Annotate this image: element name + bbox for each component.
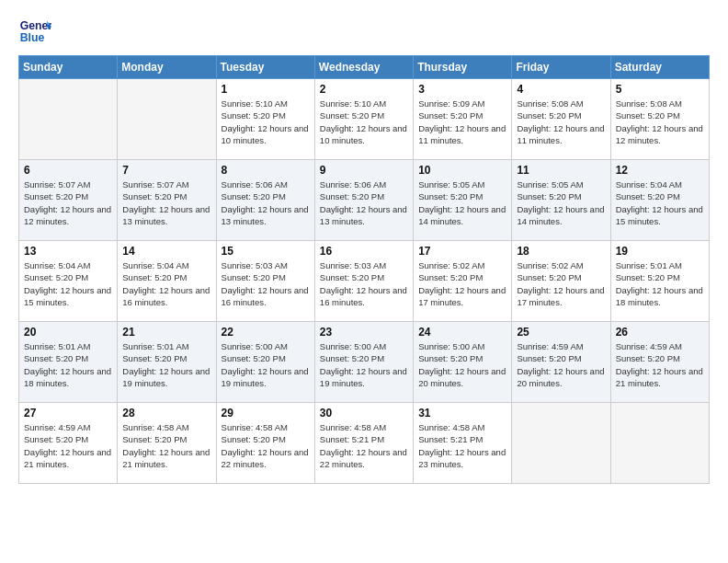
day-detail: Sunrise: 5:06 AMSunset: 5:20 PMDaylight:… <box>320 178 408 227</box>
sunset-text: Sunset: 5:20 PM <box>320 271 408 283</box>
day-number: 18 <box>517 245 605 258</box>
logo: General Blue <box>18 15 53 48</box>
day-detail: Sunrise: 4:58 AMSunset: 5:20 PMDaylight:… <box>222 421 310 470</box>
sunset-text: Sunset: 5:20 PM <box>122 271 210 283</box>
calendar-cell: 2Sunrise: 5:10 AMSunset: 5:20 PMDaylight… <box>314 79 413 160</box>
day-number: 4 <box>517 83 605 96</box>
sunset-text: Sunset: 5:20 PM <box>517 109 605 121</box>
day-number: 29 <box>222 407 310 419</box>
sunrise-text: Sunrise: 5:05 AM <box>418 178 506 190</box>
calendar-cell <box>610 403 709 484</box>
calendar-cell <box>118 79 216 160</box>
sunset-text: Sunset: 5:20 PM <box>24 271 112 283</box>
daylight-text: Daylight: 12 hours and 18 minutes. <box>616 284 704 309</box>
sunset-text: Sunset: 5:20 PM <box>418 109 506 121</box>
calendar-week-row: 6Sunrise: 5:07 AMSunset: 5:20 PMDaylight… <box>19 160 710 241</box>
daylight-text: Daylight: 12 hours and 11 minutes. <box>418 122 506 147</box>
calendar-cell: 1Sunrise: 5:10 AMSunset: 5:20 PMDaylight… <box>216 79 314 160</box>
svg-text:General: General <box>20 19 51 32</box>
calendar-cell: 14Sunrise: 5:04 AMSunset: 5:20 PMDayligh… <box>118 241 216 322</box>
daylight-text: Daylight: 12 hours and 10 minutes. <box>320 122 408 147</box>
calendar-cell: 24Sunrise: 5:00 AMSunset: 5:20 PMDayligh… <box>414 322 512 403</box>
daylight-text: Daylight: 12 hours and 19 minutes. <box>122 365 210 390</box>
daylight-text: Daylight: 12 hours and 12 minutes. <box>616 122 704 147</box>
sunrise-text: Sunrise: 5:04 AM <box>24 259 112 271</box>
calendar-week-row: 20Sunrise: 5:01 AMSunset: 5:20 PMDayligh… <box>19 322 710 403</box>
calendar-cell: 5Sunrise: 5:08 AMSunset: 5:20 PMDaylight… <box>610 79 709 160</box>
header: General Blue <box>18 15 710 48</box>
day-number: 24 <box>418 326 506 339</box>
day-number: 14 <box>122 245 210 258</box>
daylight-text: Daylight: 12 hours and 20 minutes. <box>517 365 605 390</box>
daylight-text: Daylight: 12 hours and 14 minutes. <box>517 203 605 228</box>
sunset-text: Sunset: 5:20 PM <box>517 352 605 364</box>
calendar-week-row: 1Sunrise: 5:10 AMSunset: 5:20 PMDaylight… <box>19 79 710 160</box>
calendar-cell: 11Sunrise: 5:05 AMSunset: 5:20 PMDayligh… <box>512 160 610 241</box>
col-header-wednesday: Wednesday <box>314 56 413 79</box>
day-number: 26 <box>616 326 704 339</box>
sunrise-text: Sunrise: 5:07 AM <box>24 178 112 190</box>
calendar-cell: 21Sunrise: 5:01 AMSunset: 5:20 PMDayligh… <box>118 322 216 403</box>
day-detail: Sunrise: 5:04 AMSunset: 5:20 PMDaylight:… <box>616 178 704 227</box>
sunset-text: Sunset: 5:20 PM <box>418 271 506 283</box>
sunrise-text: Sunrise: 4:59 AM <box>517 340 605 352</box>
sunset-text: Sunset: 5:20 PM <box>616 271 704 283</box>
daylight-text: Daylight: 12 hours and 20 minutes. <box>418 365 506 390</box>
sunrise-text: Sunrise: 5:09 AM <box>418 98 506 109</box>
daylight-text: Daylight: 12 hours and 23 minutes. <box>418 446 506 471</box>
sunrise-text: Sunrise: 5:04 AM <box>122 259 210 271</box>
day-detail: Sunrise: 5:01 AMSunset: 5:20 PMDaylight:… <box>122 340 210 389</box>
day-detail: Sunrise: 5:00 AMSunset: 5:20 PMDaylight:… <box>320 340 408 389</box>
calendar-cell <box>512 403 610 484</box>
day-number: 12 <box>616 164 704 177</box>
daylight-text: Daylight: 12 hours and 17 minutes. <box>418 284 506 309</box>
sunrise-text: Sunrise: 4:58 AM <box>122 421 210 433</box>
daylight-text: Daylight: 12 hours and 16 minutes. <box>320 284 408 309</box>
daylight-text: Daylight: 12 hours and 15 minutes. <box>24 284 112 309</box>
calendar-cell: 22Sunrise: 5:00 AMSunset: 5:20 PMDayligh… <box>216 322 314 403</box>
day-detail: Sunrise: 5:00 AMSunset: 5:20 PMDaylight:… <box>418 340 506 389</box>
calendar-cell: 20Sunrise: 5:01 AMSunset: 5:20 PMDayligh… <box>19 322 118 403</box>
sunset-text: Sunset: 5:20 PM <box>222 433 310 445</box>
day-detail: Sunrise: 4:58 AMSunset: 5:21 PMDaylight:… <box>320 421 408 470</box>
day-detail: Sunrise: 4:59 AMSunset: 5:20 PMDaylight:… <box>616 340 704 389</box>
sunrise-text: Sunrise: 5:10 AM <box>320 98 408 109</box>
sunrise-text: Sunrise: 5:08 AM <box>517 98 605 109</box>
day-detail: Sunrise: 5:07 AMSunset: 5:20 PMDaylight:… <box>122 178 210 227</box>
day-number: 19 <box>616 245 704 258</box>
day-detail: Sunrise: 5:05 AMSunset: 5:20 PMDaylight:… <box>517 178 605 227</box>
day-number: 30 <box>320 407 408 419</box>
daylight-text: Daylight: 12 hours and 10 minutes. <box>222 122 310 147</box>
col-header-monday: Monday <box>118 56 216 79</box>
sunset-text: Sunset: 5:21 PM <box>418 433 506 445</box>
sunrise-text: Sunrise: 5:05 AM <box>517 178 605 190</box>
daylight-text: Daylight: 12 hours and 13 minutes. <box>122 203 210 228</box>
day-detail: Sunrise: 5:03 AMSunset: 5:20 PMDaylight:… <box>222 259 310 308</box>
day-detail: Sunrise: 5:08 AMSunset: 5:20 PMDaylight:… <box>517 98 605 146</box>
daylight-text: Daylight: 12 hours and 14 minutes. <box>418 203 506 228</box>
day-number: 7 <box>122 164 210 177</box>
calendar-cell: 26Sunrise: 4:59 AMSunset: 5:20 PMDayligh… <box>610 322 709 403</box>
daylight-text: Daylight: 12 hours and 19 minutes. <box>222 365 310 390</box>
sunrise-text: Sunrise: 5:03 AM <box>320 259 408 271</box>
col-header-tuesday: Tuesday <box>216 56 314 79</box>
calendar-cell: 29Sunrise: 4:58 AMSunset: 5:20 PMDayligh… <box>216 403 314 484</box>
sunset-text: Sunset: 5:20 PM <box>122 433 210 445</box>
day-number: 23 <box>320 326 408 339</box>
day-detail: Sunrise: 5:00 AMSunset: 5:20 PMDaylight:… <box>222 340 310 389</box>
daylight-text: Daylight: 12 hours and 19 minutes. <box>320 365 408 390</box>
sunset-text: Sunset: 5:20 PM <box>24 433 112 445</box>
page: General Blue SundayMondayTuesdayWednesda… <box>0 0 728 563</box>
daylight-text: Daylight: 12 hours and 13 minutes. <box>222 203 310 228</box>
day-number: 28 <box>122 407 210 419</box>
sunrise-text: Sunrise: 5:10 AM <box>222 98 310 109</box>
sunset-text: Sunset: 5:20 PM <box>320 109 408 121</box>
calendar-cell: 16Sunrise: 5:03 AMSunset: 5:20 PMDayligh… <box>314 241 413 322</box>
day-number: 5 <box>616 83 704 96</box>
sunset-text: Sunset: 5:20 PM <box>222 190 310 202</box>
calendar-cell: 31Sunrise: 4:58 AMSunset: 5:21 PMDayligh… <box>414 403 512 484</box>
sunset-text: Sunset: 5:20 PM <box>418 190 506 202</box>
day-detail: Sunrise: 5:09 AMSunset: 5:20 PMDaylight:… <box>418 98 506 146</box>
day-number: 2 <box>320 83 408 96</box>
sunset-text: Sunset: 5:20 PM <box>222 352 310 364</box>
